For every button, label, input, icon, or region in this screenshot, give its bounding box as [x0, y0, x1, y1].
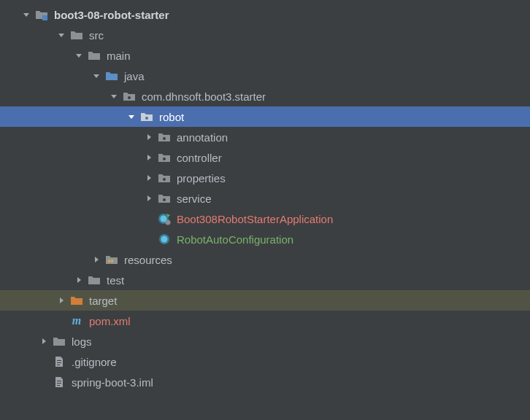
tree-item-src[interactable]: src: [0, 25, 530, 45]
tree-item-label: service: [177, 192, 212, 205]
tree-item-root[interactable]: boot3-08-robot-starter: [0, 4, 530, 25]
tree-item-label: java: [124, 70, 145, 82]
chevron-right-icon[interactable]: [57, 297, 66, 304]
tree-item-robot[interactable]: robot: [0, 106, 530, 127]
package-icon: [158, 171, 171, 184]
tree-item-label: com.dhnsoft.boot3.starter: [142, 90, 266, 103]
tree-item-properties[interactable]: properties: [0, 168, 530, 188]
tree-item-resources[interactable]: resources: [0, 249, 530, 270]
tree-item-label: src: [89, 29, 104, 42]
tree-item-label: robot: [159, 111, 184, 123]
svg-rect-12: [108, 260, 110, 262]
excluded-folder-icon: [70, 294, 83, 307]
tree-item-gitignore[interactable]: .gitignore: [0, 351, 530, 372]
folder-icon: [88, 273, 101, 287]
chevron-right-icon[interactable]: [145, 154, 153, 161]
package-icon: [140, 110, 153, 123]
tree-item-label: RobotAutoConfiguration: [177, 233, 293, 246]
svg-point-5: [163, 178, 166, 181]
svg-point-9: [166, 220, 171, 225]
svg-point-2: [145, 117, 148, 120]
tree-item-config-class[interactable]: RobotAutoConfiguration: [0, 229, 530, 249]
chevron-right-icon[interactable]: [145, 195, 153, 202]
resources-folder-icon: [105, 253, 118, 266]
tree-item-logs[interactable]: logs: [0, 331, 530, 351]
svg-rect-13: [111, 260, 113, 262]
folder-icon: [70, 28, 83, 42]
tree-item-label: Boot308RobotStarterApplication: [177, 213, 333, 225]
tree-item-label: pom.xml: [89, 315, 131, 327]
package-icon: [158, 131, 171, 144]
chevron-right-icon[interactable]: [145, 133, 153, 141]
tree-item-main[interactable]: main: [0, 45, 530, 66]
tree-item-java[interactable]: java: [0, 66, 530, 86]
svg-point-1: [128, 96, 131, 99]
chevron-down-icon[interactable]: [57, 31, 66, 39]
tree-item-label: spring-boot-3.iml: [72, 376, 153, 389]
tree-item-test[interactable]: test: [0, 270, 530, 290]
chevron-right-icon[interactable]: [39, 338, 48, 345]
chevron-down-icon[interactable]: [127, 113, 136, 120]
tree-item-pom[interactable]: m pom.xml: [0, 311, 530, 331]
module-folder-icon: [35, 8, 48, 21]
svg-point-4: [163, 158, 166, 160]
tree-item-label: main: [107, 50, 131, 62]
chevron-down-icon[interactable]: [110, 93, 118, 100]
chevron-down-icon[interactable]: [22, 11, 31, 18]
tree-item-label: resources: [124, 254, 172, 266]
package-icon: [123, 90, 136, 103]
tree-item-label: test: [107, 274, 124, 287]
tree-item-package[interactable]: com.dhnsoft.boot3.starter: [0, 86, 530, 106]
chevron-right-icon[interactable]: [74, 276, 83, 284]
spring-run-class-icon: [158, 212, 171, 225]
folder-icon: [53, 335, 66, 348]
tree-item-target[interactable]: target: [0, 290, 530, 311]
chevron-right-icon[interactable]: [145, 174, 153, 182]
package-icon: [158, 192, 171, 205]
class-icon: [158, 233, 171, 246]
tree-item-label: logs: [72, 335, 92, 348]
chevron-down-icon[interactable]: [74, 52, 83, 59]
svg-rect-14: [57, 360, 61, 361]
svg-rect-17: [57, 381, 61, 381]
maven-icon: m: [70, 314, 83, 327]
svg-point-6: [163, 198, 166, 201]
tree-item-application-class[interactable]: Boot308RobotStarterApplication: [0, 209, 530, 229]
folder-icon: [88, 49, 101, 62]
tree-item-label: boot3-08-robot-starter: [54, 9, 169, 21]
file-icon: [53, 376, 66, 389]
tree-item-label: annotation: [177, 131, 228, 144]
chevron-right-icon[interactable]: [92, 256, 101, 263]
package-icon: [158, 151, 171, 164]
tree-item-label: properties: [177, 172, 226, 184]
svg-rect-16: [57, 365, 60, 365]
svg-point-3: [163, 137, 166, 140]
source-folder-icon: [105, 69, 118, 82]
tree-item-label: .gitignore: [72, 356, 117, 368]
project-tree: boot3-08-robot-starter src main java: [0, 0, 530, 392]
svg-rect-0: [42, 15, 47, 20]
tree-item-controller[interactable]: controller: [0, 147, 530, 168]
tree-item-iml[interactable]: spring-boot-3.iml: [0, 372, 530, 392]
chevron-down-icon[interactable]: [92, 72, 101, 79]
tree-item-label: target: [89, 295, 117, 307]
tree-item-annotation[interactable]: annotation: [0, 127, 530, 147]
file-icon: [53, 355, 66, 368]
tree-item-service[interactable]: service: [0, 188, 530, 209]
svg-rect-15: [57, 362, 61, 363]
tree-item-label: controller: [177, 152, 222, 164]
svg-rect-19: [57, 385, 60, 386]
svg-rect-18: [57, 383, 61, 384]
svg-point-11: [161, 236, 168, 243]
